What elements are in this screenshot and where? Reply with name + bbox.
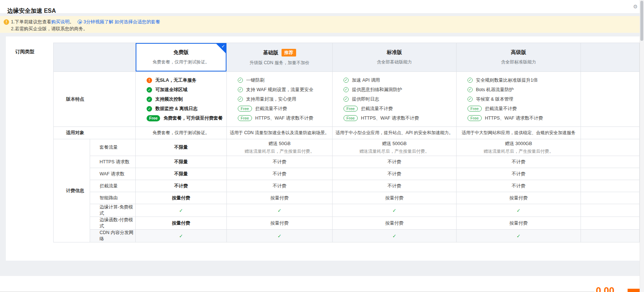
gear-icon[interactable]: ⚙ bbox=[633, 4, 638, 9]
feature-item: Free拦截流量不计费 bbox=[238, 105, 330, 112]
traffic-basic: 赠送 50GB赠送流量耗尽后，产生按量后付费。 bbox=[227, 139, 333, 156]
plan-header-standard[interactable]: 标准版 含全部基础版能力 bbox=[333, 43, 457, 72]
edge-function-standard: 按量付费 bbox=[333, 217, 457, 230]
free-badge-icon: Free bbox=[147, 115, 160, 121]
plan-header-premium[interactable]: 高级版 含全部标准版能力 bbox=[457, 43, 581, 72]
cutoff-cell bbox=[581, 230, 640, 242]
plan-subtitle-basic: 升级版 CDN 服务，加量不加价 bbox=[227, 60, 332, 66]
plan-subtitle-free: 免费套餐，仅用于测试验证。 bbox=[136, 59, 226, 65]
edge-function-premium: 按量付费 bbox=[457, 217, 581, 230]
feature-item: ✓等候室 & 版本管理 bbox=[468, 96, 578, 102]
notice-punct: 。 bbox=[69, 19, 74, 24]
cutoff-cell bbox=[581, 72, 640, 127]
audience-basic: 适用于 CDN 流量型加速业务以及流量防盗刷场景。 bbox=[227, 127, 333, 139]
https-standard: 不计费 bbox=[333, 156, 457, 168]
cutoff-column-header bbox=[581, 43, 640, 72]
traffic-standard: 赠送 500GB赠送流量耗尽后，产生按量后付费。 bbox=[333, 139, 457, 156]
audience-row-label: 适用对象 bbox=[54, 127, 136, 139]
feature-item: ✓可加速全球区域 bbox=[147, 86, 224, 93]
warning-circle-icon: ! bbox=[4, 19, 9, 25]
cdn-basic: ✓ bbox=[227, 230, 333, 242]
audience-row: 适用对象 免费套餐，仅用于测试验证。 适用于 CDN 流量型加速业务以及流量防盗… bbox=[54, 127, 640, 139]
check-icon: ✓ bbox=[179, 233, 183, 239]
free-badge-outline-icon: Free bbox=[344, 115, 358, 121]
audience-free: 免费套餐，仅用于测试验证。 bbox=[136, 127, 227, 139]
check-outline-icon: ✓ bbox=[468, 87, 473, 92]
billing-label-edge-compute: 边缘计算-免费模式 bbox=[90, 204, 136, 217]
free-badge-outline-icon: Free bbox=[238, 115, 252, 121]
notice-line-2: 2.若需购买企业版，请联系您的商务。 bbox=[11, 26, 88, 32]
feature-item: ✓数据监控 & 离线日志 bbox=[147, 105, 224, 112]
warning-icon: ! bbox=[147, 78, 152, 83]
check-icon: ✓ bbox=[392, 208, 396, 213]
features-row-label: 版本特点 bbox=[54, 72, 136, 127]
play-icon bbox=[78, 20, 82, 24]
plan-subtitle-premium: 含全部标准版能力 bbox=[457, 59, 581, 65]
plan-header-basic[interactable]: 基础版推荐 升级版 CDN 服务，加量不加价 bbox=[227, 43, 333, 72]
feature-item: Free拦截流量不计费 bbox=[468, 105, 578, 112]
subscription-type-label: 订阅类型 bbox=[15, 48, 34, 55]
plan-comparison-table: ✓ 免费版 免费套餐，仅用于测试验证。 基础版推荐 升级版 CDN 服务，加量不… bbox=[53, 43, 640, 242]
billing-label-traffic: 套餐流量 bbox=[90, 139, 136, 156]
plan-header-row: ✓ 免费版 免费套餐，仅用于测试验证。 基础版推荐 升级版 CDN 服务，加量不… bbox=[54, 43, 640, 72]
edge-compute-premium: ✓ bbox=[457, 204, 581, 217]
check-icon: ✓ bbox=[278, 233, 282, 239]
check-outline-icon: ✓ bbox=[238, 87, 243, 92]
routing-standard: 按量付费 bbox=[333, 192, 457, 204]
video-guide-link[interactable]: 3分钟视频了解 如何选择合适您的套餐 bbox=[84, 19, 160, 24]
features-standard: ✓加速 API 调用 ✓提供恶意扫描和漏洞防护 ✓提供即时日志 Free拦截流量… bbox=[333, 72, 457, 127]
check-filled-icon: ✓ bbox=[147, 97, 152, 102]
cdn-free: ✓ bbox=[136, 230, 227, 242]
check-icon: ✓ bbox=[392, 233, 396, 239]
billing-row-edge-function: 边缘函数-付费模式 按量付费 按量付费 按量付费 按量付费 bbox=[54, 217, 640, 230]
feature-item: FreeHTTPS、WAF 请求数不计费 bbox=[468, 115, 578, 121]
check-icon: ✓ bbox=[517, 208, 521, 213]
cutoff-cell bbox=[581, 127, 640, 139]
waf-free: 不限量 bbox=[136, 168, 227, 180]
feature-item: ✓Bots 机器流量防护 bbox=[468, 86, 578, 93]
purchase-instructions-link[interactable]: 购买说明 bbox=[51, 19, 69, 24]
cutoff-cell bbox=[581, 204, 640, 217]
scrollbar-track[interactable] bbox=[640, 0, 644, 292]
scrollbar-thumb[interactable] bbox=[640, 1, 643, 41]
feature-item: ✓加速 API 调用 bbox=[344, 77, 454, 83]
edge-function-basic: 按量付费 bbox=[227, 217, 333, 230]
billing-label-waf: WAF 请求数 bbox=[90, 168, 136, 180]
features-free: !无SLA，无工单服务 ✓可加速全球区域 ✓支持频次控制 ✓数据监控 & 离线日… bbox=[136, 72, 227, 127]
billing-label-cdn: CDN 内容分发网络 bbox=[90, 230, 136, 242]
billing-row-traffic: 计费信息 套餐流量 不限量 赠送 50GB赠送流量耗尽后，产生按量后付费。 赠送… bbox=[54, 139, 640, 156]
feature-item: FreeHTTPS、WAF 请求数不计费 bbox=[238, 115, 330, 121]
buy-button[interactable] bbox=[628, 289, 640, 292]
https-premium: 不计费 bbox=[457, 156, 581, 168]
billing-label-blocked: 拦截流量 bbox=[90, 180, 136, 192]
plan-header-free[interactable]: ✓ 免费版 免费套餐，仅用于测试验证。 bbox=[136, 43, 227, 72]
check-filled-icon: ✓ bbox=[147, 87, 152, 93]
free-badge-outline-icon: Free bbox=[344, 106, 358, 112]
page-title: 边缘安全加速 ESA bbox=[7, 7, 56, 15]
cdn-standard: ✓ bbox=[333, 230, 457, 242]
titlebar: 边缘安全加速 ESA ⚙ bbox=[0, 0, 640, 13]
free-badge-outline-icon: Free bbox=[238, 106, 252, 112]
recommend-badge: 推荐 bbox=[282, 49, 296, 57]
notice-line-1: 1.下单前建议您查看购买说明。3分钟视频了解 如何选择合适您的套餐 bbox=[11, 19, 160, 25]
cutoff-cell bbox=[581, 180, 640, 192]
subscription-panel: 订阅类型 ✓ 免费版 免费套餐，仅用于测试验证。 基础版推荐 升级版 CDN 服… bbox=[6, 36, 640, 261]
traffic-premium: 赠送 3000GB赠送流量耗尽后，产生按量后付费。 bbox=[457, 139, 581, 156]
table-corner-cell bbox=[54, 43, 136, 72]
feature-item: ✓支持频次控制 bbox=[147, 96, 224, 102]
check-outline-icon: ✓ bbox=[344, 87, 349, 92]
waf-premium: 不计费 bbox=[457, 168, 581, 180]
blocked-basic: 不计费 bbox=[227, 180, 333, 192]
cutoff-cell bbox=[581, 192, 640, 204]
routing-free: 按量付费 bbox=[136, 192, 227, 204]
bottom-price-bar bbox=[0, 276, 640, 292]
feature-item: Free拦截流量不计费 bbox=[344, 105, 454, 112]
check-icon: ✓ bbox=[179, 208, 183, 213]
billing-row-edge-compute: 边缘计算-免费模式 ✓ ✓ ✓ ✓ bbox=[54, 204, 640, 217]
waf-basic: 不计费 bbox=[227, 168, 333, 180]
billing-row-routing: 智能路由 按量付费 按量付费 按量付费 按量付费 bbox=[54, 192, 640, 204]
cutoff-cell bbox=[581, 217, 640, 230]
free-badge-outline-icon: Free bbox=[468, 115, 482, 121]
feature-item: ✓支持 WAF 规则设置，流量更安全 bbox=[238, 86, 330, 93]
notice-banner: ! 1.下单前建议您查看购买说明。3分钟视频了解 如何选择合适您的套餐 2.若需… bbox=[0, 16, 640, 33]
